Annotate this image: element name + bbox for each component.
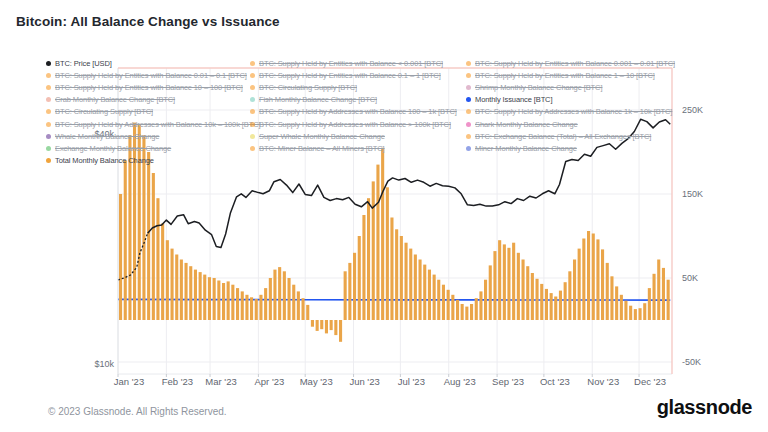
glassnode-chart-page: Bitcoin: All Balance Change vs Issuance …: [0, 0, 768, 432]
legend-dot-icon: [250, 109, 255, 114]
legend-dot-icon: [250, 73, 255, 78]
legend-label: BTC: Supply Held by Entities with Balanc…: [475, 71, 655, 80]
legend-item[interactable]: Crab Monthly Balance Change [BTC]: [46, 94, 248, 106]
legend-item[interactable]: Monthly Issuance [BTC]: [466, 94, 680, 106]
legend-dot-icon: [250, 61, 255, 66]
legend-dot-icon: [466, 146, 471, 151]
x-axis-label: Apr '23: [254, 376, 284, 387]
legend-dot-icon: [466, 134, 471, 139]
legend-label: BTC: Exchange Balance (Total) – All Exch…: [475, 132, 651, 141]
legend-item[interactable]: BTC: Circulating Supply [BTC]: [46, 106, 248, 118]
legend-dot-icon: [250, 146, 255, 151]
legend-dot-icon: [46, 109, 51, 114]
legend-label: BTC: Supply Held by Addresses with Balan…: [259, 120, 451, 129]
legend-item[interactable]: BTC: Supply Held by Entities with Balanc…: [250, 69, 464, 81]
x-axis-label: Jun '23: [349, 376, 379, 387]
legend-item[interactable]: Total Monthly Balance Change: [46, 155, 248, 167]
legend-label: BTC: Supply Held by Addresses with Balan…: [259, 107, 457, 116]
legend-dot-icon: [46, 122, 51, 127]
legend-item[interactable]: BTC: Supply Held by Addresses with Balan…: [250, 106, 464, 118]
legend-label: Crab Monthly Balance Change [BTC]: [55, 95, 175, 104]
legend-item[interactable]: BTC: Supply Held by Entities with Balanc…: [466, 69, 680, 81]
legend-dot-icon: [250, 122, 255, 127]
x-axis-label: Jul '23: [398, 376, 425, 387]
right-axis-tick: 250K: [682, 105, 703, 115]
legend-label: BTC: Circulating Supply [BTC]: [55, 107, 153, 116]
legend-label: BTC: Supply Held by Entities with Balanc…: [55, 83, 243, 92]
legend-label: BTC: Supply Held by Addresses with Balan…: [55, 120, 260, 129]
copyright-text: © 2023 Glassnode. All Rights Reserved.: [48, 406, 227, 417]
legend-label: BTC: Circulating Supply [BTC]: [259, 83, 357, 92]
legend-dot-icon: [466, 85, 471, 90]
legend-dot-icon: [250, 134, 255, 139]
legend-label: Total Monthly Balance Change: [55, 156, 154, 165]
legend-label: BTC: Supply Held by Entities with Balanc…: [259, 59, 443, 68]
legend-dot-icon: [466, 122, 471, 127]
x-axis-label: May '23: [300, 376, 333, 387]
legend-item[interactable]: Miner Monthly Balance Change: [466, 142, 680, 154]
legend-item[interactable]: BTC: Exchange Balance (Total) – All Exch…: [466, 130, 680, 142]
legend-label: BTC: Supply Held by Entities with Balanc…: [259, 71, 441, 80]
legend-dot-icon: [46, 146, 51, 151]
legend-dot-icon: [466, 73, 471, 78]
legend-label: BTC: Miner Balance – All Miners [BTC]: [259, 144, 385, 153]
legend-label: Shark Monthly Balance Change: [475, 120, 578, 129]
left-axis-tick: $10k: [94, 359, 114, 369]
legend-label: Super Whale Monthly Balance Change: [259, 132, 385, 141]
legend-item[interactable]: Exchange Monthly Balance Change: [46, 142, 248, 154]
legend-dot-icon: [250, 85, 255, 90]
legend-item[interactable]: BTC: Supply Held by Addresses with Balan…: [466, 106, 680, 118]
legend-dot-icon: [466, 97, 471, 102]
glassnode-logo[interactable]: glassnode: [657, 396, 752, 419]
chart-area[interactable]: 250K150K50K-50K$40k$10kJan '23Feb '23Mar…: [0, 0, 768, 400]
legend-dot-icon: [46, 73, 51, 78]
x-axis-label: Feb '23: [162, 376, 193, 387]
legend-dot-icon: [46, 85, 51, 90]
legend-item[interactable]: BTC: Price [USD]: [46, 57, 248, 69]
legend-item[interactable]: BTC: Supply Held by Entities with Balanc…: [466, 57, 680, 69]
legend-dot-icon: [466, 109, 471, 114]
x-axis-label: Aug '23: [444, 376, 476, 387]
legend-item[interactable]: Shrimp Monthly Balance Change [BTC]: [466, 81, 680, 93]
legend-label: Fish Monthly Balance Change [BTC]: [259, 95, 377, 104]
right-axis-tick: 150K: [682, 189, 703, 199]
legend-dot-icon: [250, 97, 255, 102]
x-axis-label: Mar '23: [205, 376, 236, 387]
legend-item[interactable]: BTC: Miner Balance – All Miners [BTC]: [250, 142, 464, 154]
legend-label: Miner Monthly Balance Change: [475, 144, 577, 153]
legend-item[interactable]: BTC: Supply Held by Entities with Balanc…: [250, 57, 464, 69]
legend-item[interactable]: Super Whale Monthly Balance Change: [250, 130, 464, 142]
legend-dot-icon: [46, 97, 51, 102]
right-axis-tick: -50K: [682, 357, 701, 367]
footer: © 2023 Glassnode. All Rights Reserved. g…: [0, 394, 768, 432]
legend-column-3: BTC: Supply Held by Entities with Balanc…: [466, 57, 680, 155]
legend-dot-icon: [46, 134, 51, 139]
legend-item[interactable]: BTC: Supply Held by Entities with Balanc…: [46, 69, 248, 81]
x-axis-label: Sep '23: [492, 376, 524, 387]
legend-label: BTC: Supply Held by Entities with Balanc…: [475, 59, 675, 68]
legend-item[interactable]: Shark Monthly Balance Change: [466, 118, 680, 130]
legend-label: Whale Monthly Balance Change: [55, 132, 159, 141]
x-axis-label: Jan '23: [114, 376, 144, 387]
legend-label: BTC: Supply Held by Entities with Balanc…: [55, 71, 247, 80]
legend-item[interactable]: Whale Monthly Balance Change: [46, 130, 248, 142]
legend-item[interactable]: Fish Monthly Balance Change [BTC]: [250, 94, 464, 106]
legend-item[interactable]: BTC: Supply Held by Addresses with Balan…: [250, 118, 464, 130]
legend-column-2: BTC: Supply Held by Entities with Balanc…: [250, 57, 464, 155]
legend-dot-icon: [466, 61, 471, 66]
legend-item[interactable]: BTC: Supply Held by Addresses with Balan…: [46, 118, 248, 130]
legend-item[interactable]: BTC: Circulating Supply [BTC]: [250, 81, 464, 93]
right-axis-tick: 50K: [682, 273, 698, 283]
legend-dot-icon: [46, 61, 51, 66]
legend-label: BTC: Supply Held by Addresses with Balan…: [475, 107, 672, 116]
legend-item[interactable]: BTC: Supply Held by Entities with Balanc…: [46, 81, 248, 93]
legend-label: Monthly Issuance [BTC]: [475, 95, 552, 104]
legend-label: Exchange Monthly Balance Change: [55, 144, 171, 153]
legend-label: Shrimp Monthly Balance Change [BTC]: [475, 83, 602, 92]
legend-column-1: BTC: Price [USD]BTC: Supply Held by Enti…: [46, 57, 248, 167]
legend-dot-icon: [46, 158, 51, 163]
x-axis-label: Oct '23: [540, 376, 570, 387]
legend-label: BTC: Price [USD]: [55, 59, 112, 68]
x-axis-label: Nov '23: [587, 376, 619, 387]
x-axis-label: Dec '23: [634, 376, 666, 387]
